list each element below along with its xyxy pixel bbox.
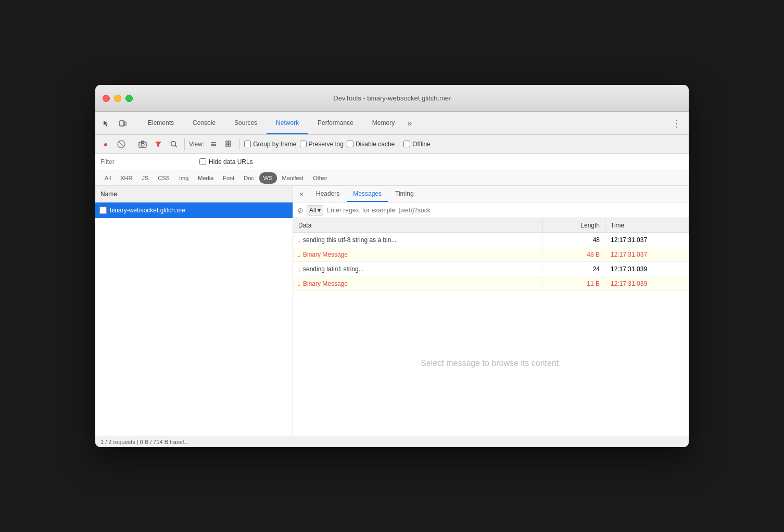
tab-elements[interactable]: Elements — [138, 112, 183, 134]
svg-point-5 — [141, 143, 144, 146]
cursor-icon[interactable] — [99, 117, 113, 130]
view-label: View: — [189, 141, 204, 148]
filter-xhr[interactable]: XHR — [116, 172, 136, 184]
msg-cell-length-3: 11 B — [543, 280, 605, 287]
name-column-header: Name — [95, 186, 293, 202]
tab-sources[interactable]: Sources — [225, 112, 267, 134]
msg-cell-length-1: 48 B — [543, 251, 605, 258]
disable-cache-checkbox[interactable] — [347, 141, 353, 147]
disable-cache-group: Disable cache — [347, 141, 395, 148]
filter-css[interactable]: CSS — [154, 172, 174, 184]
msg-cell-time-3: 12:17:31.039 — [605, 280, 689, 287]
group-by-frame-label[interactable]: Group by frame — [253, 141, 296, 148]
msg-cell-time-0: 12:17:31.037 — [605, 236, 689, 244]
filter-font[interactable]: Font — [219, 172, 238, 184]
tab-headers[interactable]: Headers — [310, 186, 346, 202]
filter-doc[interactable]: Doc — [239, 172, 258, 184]
filter-all[interactable]: All — [100, 172, 115, 184]
minimize-button[interactable] — [114, 95, 121, 102]
toolbar-divider-2 — [184, 138, 185, 150]
svg-point-7 — [171, 141, 176, 146]
tab-timing[interactable]: Timing — [389, 186, 420, 202]
tab-performance[interactable]: Performance — [308, 112, 363, 134]
svg-rect-12 — [226, 141, 228, 143]
offline-label[interactable]: Offline — [412, 141, 430, 148]
record-button[interactable]: ● — [99, 138, 112, 150]
view-list-icon[interactable] — [207, 138, 220, 150]
clear-button[interactable] — [115, 138, 128, 150]
close-detail-button[interactable]: × — [296, 189, 307, 199]
svg-rect-13 — [229, 141, 231, 143]
message-row-2[interactable]: ↓ sending latin1 string... 24 12:17:31.0… — [293, 262, 689, 276]
col-data-header: Data — [293, 218, 543, 232]
message-row-1[interactable]: ↓ Binary Message 48 B 12:17:31.037 — [293, 247, 689, 262]
group-by-frame-group: Group by frame — [244, 141, 296, 148]
title-bar: DevTools - binary-websocket.glitch.me/ — [95, 85, 689, 112]
hide-data-urls-checkbox[interactable] — [199, 158, 206, 165]
message-row-0[interactable]: ↓ sending this utf-8 string as a bin... … — [293, 233, 689, 247]
msg-block-icon: ⊘ — [297, 206, 304, 214]
devtools-window: DevTools - binary-websocket.glitch.me/ E… — [95, 85, 689, 447]
devtools-tabs: Elements Console Sources Network Perform… — [138, 112, 415, 134]
preserve-log-label[interactable]: Preserve log — [309, 141, 344, 148]
filter-icon[interactable] — [152, 138, 165, 150]
name-panel: Name binary-websocket.glitch.me — [95, 186, 293, 436]
preserve-log-checkbox[interactable] — [300, 141, 307, 147]
hide-data-urls-label[interactable]: Hide data URLs — [209, 158, 253, 166]
msg-filter-input[interactable] — [326, 207, 685, 214]
search-icon[interactable] — [168, 138, 180, 150]
message-row-3[interactable]: ↓ Binary Message 11 B 12:17:31.039 — [293, 276, 689, 291]
group-by-frame-checkbox[interactable] — [244, 141, 251, 147]
device-icon[interactable] — [116, 117, 130, 130]
filter-input[interactable] — [100, 158, 194, 166]
msg-cell-data-0: ↓ sending this utf-8 string as a bin... — [293, 236, 543, 244]
col-length-header: Length — [543, 218, 605, 232]
msg-arrow-0: ↓ — [297, 236, 301, 244]
msg-data-text-0: sending this utf-8 string as a bin... — [303, 236, 396, 244]
hide-data-urls-group: Hide data URLs — [199, 158, 253, 166]
msg-data-text-3: Binary Message — [303, 280, 348, 287]
filter-media[interactable]: Media — [194, 172, 218, 184]
filter-ws[interactable]: WS — [259, 172, 277, 184]
close-button[interactable] — [103, 95, 110, 102]
filter-img[interactable]: Img — [175, 172, 193, 184]
svg-rect-0 — [120, 121, 124, 126]
msg-direction-select[interactable]: All ▾ — [307, 205, 323, 216]
msg-cell-length-2: 24 — [543, 265, 605, 273]
svg-rect-14 — [226, 144, 228, 146]
filter-types-bar: All XHR JS CSS Img Media Font Doc WS Man… — [95, 170, 689, 186]
msg-cell-time-1: 12:17:31.037 — [605, 251, 689, 258]
camera-icon[interactable] — [136, 138, 149, 150]
disable-cache-label[interactable]: Disable cache — [356, 141, 395, 148]
msg-arrow-3: ↓ — [297, 280, 301, 288]
filter-js[interactable]: JS — [137, 172, 153, 184]
tab-network[interactable]: Network — [267, 112, 308, 134]
col-time-header: Time — [605, 218, 689, 232]
svg-rect-15 — [229, 144, 231, 146]
name-row-websocket[interactable]: binary-websocket.glitch.me — [95, 202, 293, 218]
msg-cell-time-2: 12:17:31.039 — [605, 265, 689, 273]
messages-table-header: Data Length Time — [293, 218, 689, 233]
msg-cell-data-1: ↓ Binary Message — [293, 250, 543, 259]
msg-cell-length-0: 48 — [543, 236, 605, 244]
websocket-icon — [99, 207, 107, 214]
messages-empty-area: Select message to browse its content. — [293, 291, 689, 436]
msg-cell-data-2: ↓ sending latin1 string... — [293, 265, 543, 273]
more-tabs-button[interactable]: » — [404, 119, 415, 128]
offline-checkbox[interactable] — [403, 141, 410, 147]
window-title: DevTools - binary-websocket.glitch.me/ — [333, 94, 450, 102]
msg-arrow-1: ↓ — [297, 250, 301, 259]
view-tree-icon[interactable] — [223, 138, 235, 150]
tab-messages[interactable]: Messages — [347, 186, 388, 202]
status-bar: 1 / 2 requests | 0 B / 714 B transf... — [95, 436, 689, 447]
filter-other[interactable]: Other — [309, 172, 332, 184]
websocket-url: binary-websocket.glitch.me — [110, 207, 185, 214]
filter-manifest[interactable]: Manifest — [278, 172, 308, 184]
messages-empty-text: Select message to browse its content. — [421, 359, 561, 368]
devtools-menu-icon[interactable]: ⋮ — [669, 118, 685, 129]
tab-console[interactable]: Console — [183, 112, 225, 134]
msg-arrow-2: ↓ — [297, 265, 301, 273]
maximize-button[interactable] — [125, 95, 133, 102]
tab-memory[interactable]: Memory — [363, 112, 404, 134]
name-panel-spacer — [95, 218, 293, 436]
